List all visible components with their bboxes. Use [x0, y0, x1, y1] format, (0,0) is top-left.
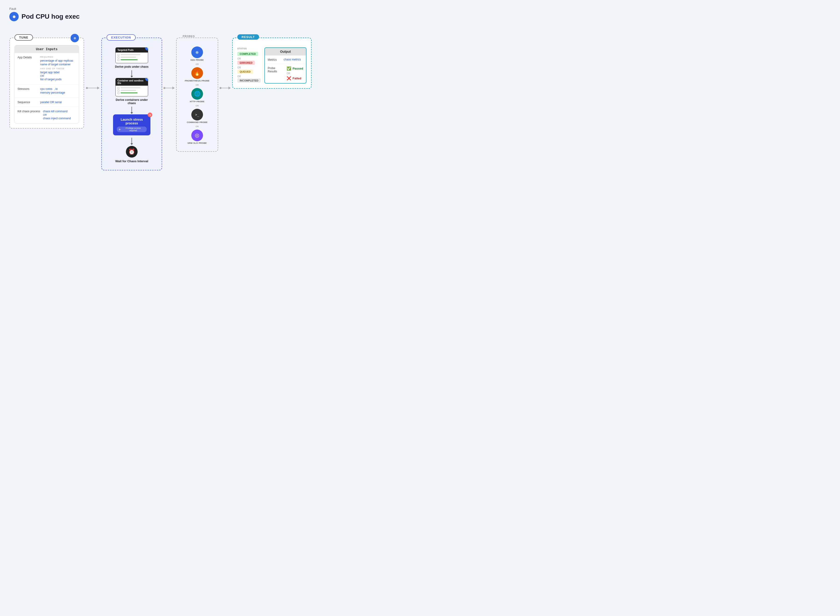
sequence-content: parallel OR serial — [40, 101, 76, 104]
c-line-3 — [121, 92, 138, 93]
k8s-title-icon: ⎈ — [9, 12, 19, 21]
badge-queued: QUEUED — [237, 70, 253, 74]
kill-val-2: chaos inject command — [43, 117, 76, 120]
any-one-tag: ANY ONE OF THESE — [40, 67, 76, 70]
card-row-3 — [118, 59, 146, 61]
stressors-label: Stressors — [18, 87, 37, 95]
app-detail-2: name of target container — [40, 63, 76, 66]
exec-step-wait: ⏰ Wait for Chaos Interval — [115, 146, 148, 163]
stressors-value2: memory percentage — [40, 91, 76, 94]
c-check-2 — [118, 89, 119, 91]
page-header: Fault ⎈ Pod CPU hog exec — [9, 7, 831, 21]
srm-probe-label: SRM SLO PROBE — [188, 142, 207, 144]
output-header: Output — [265, 48, 306, 55]
passed-badge: ✅ Passed — [287, 66, 303, 71]
probe-results-row: Probe Results ✅ Passed OR ❌ Failed — [265, 64, 306, 83]
tune-exec-arrow — [84, 87, 102, 89]
c-line-1 — [121, 87, 140, 88]
prometheus-probe-icon: 🔥 — [191, 67, 203, 79]
probe-or-3: OR — [196, 104, 199, 107]
or-status-1: OR — [237, 57, 261, 60]
down-arrow-1 — [131, 70, 132, 76]
target-app-label: target app label — [40, 71, 76, 74]
x-circle-icon: ❌ — [287, 76, 291, 81]
tune-section: TUNE ⎈ User Inputs App Details REQUIRED … — [9, 38, 84, 129]
result-inner: STATUS COMPLETED OR ERRORED OR QUEUED OR… — [237, 47, 306, 84]
sequence-label: Sequence — [18, 101, 37, 104]
user-inputs-box: User Inputs App Details REQUIRED percent… — [15, 45, 79, 123]
kill-label: Kill chaos process — [18, 110, 40, 120]
metrics-label: Metrics — [268, 58, 282, 62]
k8s-probe-label: K8S PROBE — [191, 59, 204, 61]
exec-step-launch: ★ Launch stress process ⊕ Privilege acce… — [113, 114, 150, 135]
command-probe-label: COMMAND PROBE — [187, 121, 207, 123]
stressors-value: cpu cores , io — [40, 87, 76, 91]
c-check-1 — [118, 87, 119, 89]
targeted-pods-card: ⎈ Targeted Pods — [115, 47, 148, 63]
kill-row: Kill chaos process chaos kill command OR… — [15, 107, 79, 123]
container-body — [116, 86, 148, 96]
result-output-col: Output Metrics chaos metrics Probe Resul… — [265, 47, 306, 84]
failed-text: Failed — [293, 76, 302, 80]
status-label: STATUS — [237, 47, 261, 50]
k8s-probe-icon: ⎈ — [191, 47, 203, 58]
result-status-col: STATUS COMPLETED OR ERRORED OR QUEUED OR… — [237, 47, 261, 84]
badge-incompleted: INCOMPLETED — [237, 78, 261, 83]
arrow-line — [88, 88, 97, 88]
targeted-pods-body — [116, 53, 148, 63]
badge-errored: ERRORED — [237, 61, 255, 65]
metrics-value: chaos metrics — [284, 58, 301, 61]
line-1 — [121, 54, 140, 55]
targeted-pods-title: Targeted Pods — [118, 49, 134, 51]
command-probe-icon: >_ — [191, 109, 203, 120]
app-details-label: App Details — [18, 56, 37, 81]
exec-step-1: ⎈ Targeted Pods — [115, 47, 148, 68]
command-probe-item: >_ COMMAND PROBE — [187, 109, 207, 123]
prometheus-probe-label: PROMETHEUS PROBE — [185, 79, 209, 82]
arrow-dot-left — [86, 87, 88, 89]
http-probe-item: 🌐 HTTP PROBE — [190, 88, 204, 103]
prometheus-probe-item: 🔥 PROMETHEUS PROBE — [185, 67, 209, 82]
http-probe-icon: 🌐 — [191, 88, 203, 100]
kill-content: chaos kill command OR chaos inject comma… — [43, 110, 76, 120]
privilege-icon: ⊕ — [119, 128, 121, 131]
result-label: RESULT — [237, 34, 259, 40]
srm-probe-icon: ◎ — [191, 129, 203, 141]
launch-title: Launch stress process — [117, 118, 147, 125]
page-title: ⎈ Pod CPU hog exec — [9, 12, 831, 21]
tune-k8s-badge: ⎈ — [71, 34, 79, 42]
probe-or-1: OR — [196, 63, 199, 65]
or-kill: OR — [43, 113, 76, 116]
or-status-2: OR — [237, 66, 261, 69]
step2-label: Derive containers under chaos — [114, 98, 149, 105]
or-1: OR — [40, 75, 76, 77]
c-row-2 — [118, 89, 146, 91]
wait-card: ⏰ Wait for Chaos Interval — [115, 146, 148, 163]
passed-text: Passed — [293, 67, 303, 70]
tune-label: TUNE — [15, 34, 33, 41]
down-arrow-3 — [131, 138, 132, 144]
probes-label: PROBES — [181, 35, 196, 38]
targeted-pods-header: Targeted Pods — [116, 48, 148, 53]
result-inner-flex: STATUS COMPLETED OR ERRORED OR QUEUED OR… — [237, 47, 306, 84]
app-details-content: REQUIRED percentage of app replicas name… — [40, 56, 76, 81]
check-2 — [118, 56, 119, 58]
app-detail-1: percentage of app replicas — [40, 59, 76, 62]
probe-results-inner: Probe Results ✅ Passed OR ❌ Failed — [268, 66, 303, 81]
arrow-head — [97, 87, 100, 89]
launch-sub: ⊕ Privilege access required — [117, 126, 147, 132]
fault-label: Fault — [9, 7, 831, 10]
kill-val-1: chaos kill command — [43, 110, 76, 113]
c-check-3 — [118, 92, 119, 94]
exec-arrow-head — [172, 87, 175, 89]
result-section: RESULT STATUS COMPLETED OR ERRORED OR QU… — [232, 38, 312, 89]
container-card: ⎈ Container and sandbox IDs — [115, 78, 148, 97]
probe-or: OR — [287, 72, 303, 75]
app-details-row: App Details REQUIRED percentage of app r… — [15, 53, 79, 84]
user-inputs-header: User Inputs — [15, 45, 79, 53]
exec-probes-arrow — [162, 87, 176, 89]
probe-results-label: Probe Results — [268, 66, 285, 73]
card-row-2 — [118, 56, 146, 58]
probes-section: PROBES ⎈ K8S PROBE OR 🔥 PROMETHEUS PROBE… — [176, 38, 218, 152]
execution-section: EXECUTION ⎈ Targeted Pods — [102, 38, 162, 170]
